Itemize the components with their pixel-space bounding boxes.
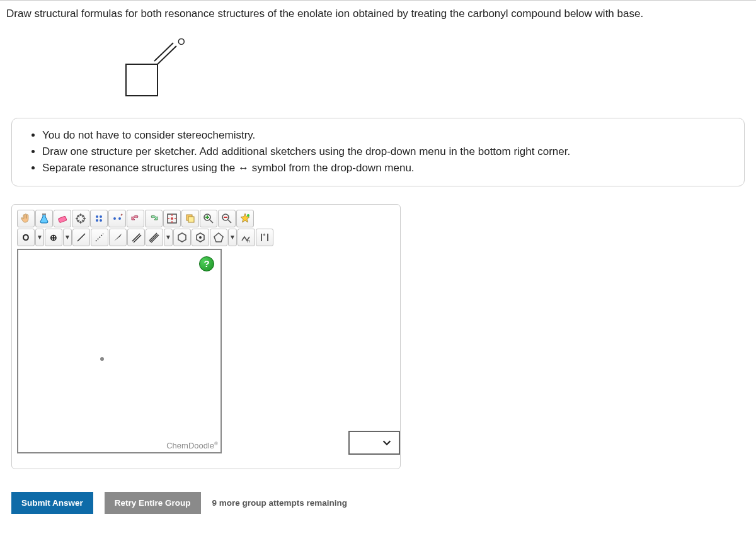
cyclohexane-alt-icon[interactable] [192, 229, 209, 246]
question-container: Draw structural formulas for both resona… [0, 0, 756, 533]
single-bond-icon[interactable] [72, 229, 90, 246]
bracket-charge-icon[interactable]: ± [256, 229, 273, 246]
recessed-bond-icon[interactable] [91, 229, 108, 246]
star-tool-icon[interactable] [236, 210, 254, 227]
cyclohexane-icon[interactable] [173, 229, 191, 246]
molecule-diagram: O [120, 30, 195, 105]
retry-group-button[interactable]: Retry Entire Group [105, 492, 201, 514]
toolbar-row-2: O▼⊕▼▼▼n± [17, 229, 395, 246]
help-icon[interactable]: ? [199, 256, 214, 271]
zoom-in-icon[interactable] [200, 210, 217, 227]
action-row: Submit Answer Retry Entire Group 9 more … [11, 492, 750, 514]
triple-bond-icon[interactable] [146, 229, 163, 246]
lone-pair-icon[interactable] [90, 210, 108, 227]
hints-box: You do not have to consider stereochemis… [11, 118, 745, 186]
toolbar-row-1 [17, 210, 395, 227]
svg-rect-4 [58, 216, 67, 223]
eraser-icon[interactable] [54, 210, 71, 227]
attempts-remaining-text: 9 more group attempts remaining [212, 498, 348, 508]
cyclopentane-icon-dropdown[interactable]: ▼ [228, 229, 237, 246]
question-text: Draw structural formulas for both resona… [6, 6, 750, 22]
svg-rect-15 [188, 217, 194, 222]
hand-icon[interactable] [17, 210, 35, 227]
wedge-bond-icon[interactable] [109, 229, 127, 246]
svg-marker-22 [214, 233, 223, 242]
svg-marker-19 [178, 233, 186, 242]
svg-point-18 [247, 214, 249, 217]
radical-icon[interactable] [108, 210, 126, 227]
svg-point-8 [96, 219, 98, 222]
double-bond-icon[interactable] [127, 229, 145, 246]
add-sketcher-dropdown[interactable] [348, 431, 400, 455]
triple-bond-icon-dropdown[interactable]: ▼ [164, 229, 173, 246]
chemdoodle-sketcher: O▼⊕▼▼▼n± ? ChemDoodle® [11, 204, 401, 469]
svg-point-21 [199, 236, 202, 239]
redo-icon[interactable] [145, 210, 163, 227]
element-oxygen-button-dropdown[interactable]: ▼ [35, 229, 44, 246]
copy-icon[interactable] [181, 210, 199, 227]
oxygen-label: O [178, 36, 185, 47]
svg-point-7 [100, 215, 102, 218]
svg-rect-0 [126, 64, 158, 96]
undo-icon[interactable] [127, 210, 144, 227]
chain-tool-icon[interactable]: n [238, 229, 255, 246]
hint-item: Separate resonance structures using the … [42, 160, 733, 176]
center-icon[interactable] [163, 210, 181, 227]
hint-item: You do not have to consider stereochemis… [42, 127, 733, 144]
hint-item: Draw one structure per sketcher. Add add… [42, 144, 733, 160]
drawing-canvas[interactable]: ? ChemDoodle® [17, 249, 222, 453]
svg-point-9 [100, 219, 102, 222]
chevron-down-icon [381, 437, 392, 448]
chemdoodle-brand: ChemDoodle® [166, 441, 218, 450]
hints-list: You do not have to consider stereochemis… [23, 127, 733, 177]
cyclopentane-icon[interactable] [210, 229, 227, 246]
add-charge-button[interactable]: ⊕ [45, 229, 62, 246]
move-icon[interactable] [72, 210, 89, 227]
zoom-out-icon[interactable] [218, 210, 236, 227]
svg-point-6 [96, 215, 98, 218]
canvas-center-dot [100, 357, 104, 361]
svg-text:±: ± [263, 232, 266, 237]
submit-answer-button[interactable]: Submit Answer [11, 492, 93, 514]
svg-text:n: n [247, 238, 249, 244]
svg-rect-3 [42, 214, 46, 215]
flask-icon[interactable] [35, 210, 53, 227]
add-charge-button-dropdown[interactable]: ▼ [63, 229, 72, 246]
svg-point-10 [113, 217, 116, 220]
svg-point-13 [171, 217, 173, 220]
element-oxygen-button[interactable]: O [17, 229, 35, 246]
svg-point-11 [118, 217, 121, 220]
